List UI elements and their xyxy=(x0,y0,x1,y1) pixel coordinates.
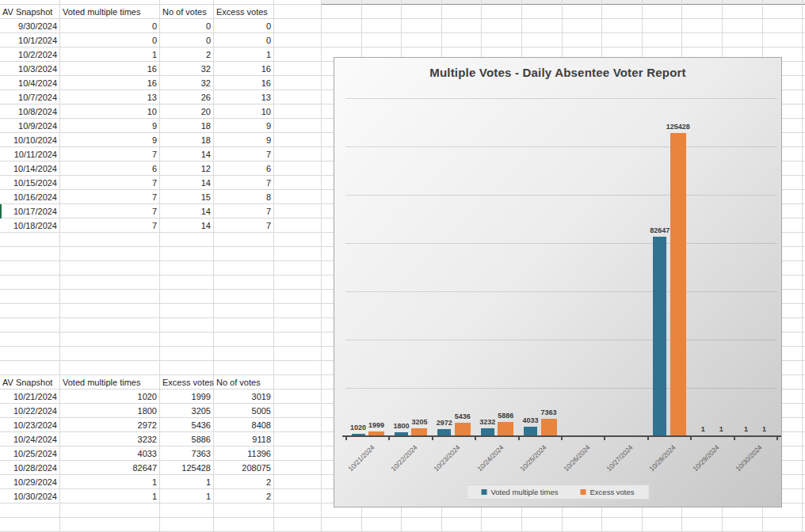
value-cell[interactable]: 2 xyxy=(214,489,274,504)
date-cell[interactable]: 10/30/2024 xyxy=(0,489,60,504)
date-cell[interactable]: 10/4/2024 xyxy=(0,76,60,90)
column-header[interactable]: AV Snapshot xyxy=(0,5,60,19)
chart-legend[interactable]: Voted multiple timesExcess votes xyxy=(467,484,650,500)
value-cell[interactable]: 9118 xyxy=(214,432,274,446)
value-cell[interactable]: 3019 xyxy=(214,390,274,404)
value-cell[interactable]: 12 xyxy=(160,162,214,176)
column-header[interactable]: No of votes xyxy=(214,375,274,390)
value-cell[interactable]: 7 xyxy=(214,147,274,162)
value-cell[interactable]: 16 xyxy=(214,62,274,76)
date-cell[interactable]: 10/18/2024 xyxy=(0,218,60,233)
bar-excess-votes[interactable] xyxy=(455,423,471,436)
date-cell[interactable]: 10/25/2024 xyxy=(0,446,60,461)
value-cell[interactable]: 7 xyxy=(60,204,160,218)
date-cell[interactable]: 10/29/2024 xyxy=(0,475,60,489)
value-cell[interactable]: 5005 xyxy=(214,404,274,418)
column-header[interactable]: No of votes xyxy=(160,5,214,19)
value-cell[interactable]: 7363 xyxy=(160,446,214,461)
value-cell[interactable]: 7 xyxy=(214,218,274,233)
date-cell[interactable]: 10/23/2024 xyxy=(0,418,60,432)
bar-chart[interactable]: Multiple Votes - Daily Absentee Voter Re… xyxy=(334,57,782,507)
date-cell[interactable]: 10/24/2024 xyxy=(0,432,60,446)
value-cell[interactable]: 10 xyxy=(60,104,160,119)
date-cell[interactable]: 10/1/2024 xyxy=(0,33,60,48)
value-cell[interactable]: 0 xyxy=(214,33,274,48)
date-cell[interactable]: 10/11/2024 xyxy=(0,147,60,162)
value-cell[interactable]: 14 xyxy=(160,147,214,162)
value-cell[interactable]: 8 xyxy=(214,190,274,204)
date-cell[interactable]: 10/10/2024 xyxy=(0,133,60,147)
column-header[interactable]: Voted multiple times xyxy=(60,5,160,19)
date-cell[interactable]: 10/15/2024 xyxy=(0,176,60,190)
date-cell[interactable]: 10/2/2024 xyxy=(0,48,60,62)
value-cell[interactable]: 6 xyxy=(60,162,160,176)
value-cell[interactable]: 13 xyxy=(214,90,274,104)
value-cell[interactable]: 4033 xyxy=(60,446,160,461)
value-cell[interactable]: 7 xyxy=(60,218,160,233)
bar-excess-votes[interactable] xyxy=(670,133,686,436)
value-cell[interactable]: 6 xyxy=(214,162,274,176)
value-cell[interactable]: 32 xyxy=(160,76,214,90)
bar-excess-votes[interactable] xyxy=(541,419,557,436)
date-cell[interactable]: 10/28/2024 xyxy=(0,461,60,475)
bar-voted-multiple-times[interactable] xyxy=(653,237,666,436)
value-cell[interactable]: 3232 xyxy=(60,432,160,446)
value-cell[interactable]: 9 xyxy=(60,119,160,133)
value-cell[interactable]: 11396 xyxy=(214,446,274,461)
value-cell[interactable]: 7 xyxy=(214,204,274,218)
date-cell[interactable]: 10/3/2024 xyxy=(0,62,60,76)
value-cell[interactable]: 1 xyxy=(160,489,214,504)
value-cell[interactable]: 7 xyxy=(60,176,160,190)
value-cell[interactable]: 82647 xyxy=(60,461,160,475)
value-cell[interactable]: 26 xyxy=(160,90,214,104)
value-cell[interactable]: 5886 xyxy=(160,432,214,446)
value-cell[interactable]: 1800 xyxy=(60,404,160,418)
value-cell[interactable]: 13 xyxy=(60,90,160,104)
value-cell[interactable]: 1 xyxy=(60,48,160,62)
value-cell[interactable]: 5436 xyxy=(160,418,214,432)
date-cell[interactable]: 10/17/2024 xyxy=(0,204,60,218)
date-cell[interactable]: 10/16/2024 xyxy=(0,190,60,204)
value-cell[interactable]: 7 xyxy=(60,190,160,204)
value-cell[interactable]: 3205 xyxy=(160,404,214,418)
legend-item[interactable]: Voted multiple times xyxy=(482,488,559,496)
value-cell[interactable]: 0 xyxy=(160,33,214,48)
value-cell[interactable]: 2 xyxy=(160,48,214,62)
value-cell[interactable]: 15 xyxy=(160,190,214,204)
value-cell[interactable]: 1 xyxy=(60,475,160,489)
column-header[interactable]: Excess votes xyxy=(214,5,274,19)
date-cell[interactable]: 10/9/2024 xyxy=(0,119,60,133)
value-cell[interactable]: 1 xyxy=(60,489,160,504)
value-cell[interactable]: 16 xyxy=(60,76,160,90)
value-cell[interactable]: 20 xyxy=(160,104,214,119)
value-cell[interactable]: 208075 xyxy=(214,461,274,475)
date-cell[interactable]: 10/22/2024 xyxy=(0,404,60,418)
date-cell[interactable]: 9/30/2024 xyxy=(0,19,60,33)
column-header[interactable]: Voted multiple times xyxy=(60,375,160,390)
value-cell[interactable]: 16 xyxy=(60,62,160,76)
value-cell[interactable]: 0 xyxy=(214,19,274,33)
value-cell[interactable]: 9 xyxy=(60,133,160,147)
value-cell[interactable]: 32 xyxy=(160,62,214,76)
spreadsheet[interactable]: AV SnapshotVoted multiple timesNo of vot… xyxy=(0,0,805,532)
value-cell[interactable]: 18 xyxy=(160,119,214,133)
value-cell[interactable]: 7 xyxy=(214,176,274,190)
value-cell[interactable]: 16 xyxy=(214,76,274,90)
value-cell[interactable]: 1020 xyxy=(60,390,160,404)
date-cell[interactable]: 10/8/2024 xyxy=(0,104,60,119)
legend-item[interactable]: Excess votes xyxy=(581,488,635,496)
value-cell[interactable]: 8408 xyxy=(214,418,274,432)
value-cell[interactable]: 10 xyxy=(214,104,274,119)
value-cell[interactable]: 125428 xyxy=(160,461,214,475)
value-cell[interactable]: 14 xyxy=(160,204,214,218)
value-cell[interactable]: 2 xyxy=(214,475,274,489)
value-cell[interactable]: 1 xyxy=(214,48,274,62)
value-cell[interactable]: 2972 xyxy=(60,418,160,432)
date-cell[interactable]: 10/14/2024 xyxy=(0,162,60,176)
value-cell[interactable]: 0 xyxy=(60,19,160,33)
bar-excess-votes[interactable] xyxy=(498,422,513,436)
date-cell[interactable]: 10/7/2024 xyxy=(0,90,60,104)
value-cell[interactable]: 0 xyxy=(160,19,214,33)
value-cell[interactable]: 0 xyxy=(60,33,160,48)
value-cell[interactable]: 14 xyxy=(160,218,214,233)
